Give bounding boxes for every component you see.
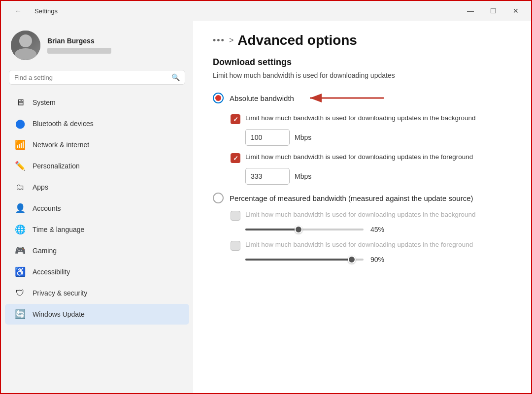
radio-percentage-label: Percentage of measured bandwidth (measur… xyxy=(230,194,473,202)
bandwidth-background-unit: Mbps xyxy=(295,133,311,141)
close-button[interactable]: ✕ xyxy=(504,3,527,19)
user-info: Brian Burgess xyxy=(47,37,111,54)
percentage-options: Limit how much bandwidth is used for dow… xyxy=(231,210,513,263)
sidebar-item-update[interactable]: 🔄 Windows Update xyxy=(5,304,189,325)
sidebar-item-label: Time & language xyxy=(33,226,84,233)
checkbox-pct-background-label: Limit how much bandwidth is used for dow… xyxy=(245,210,476,220)
system-icon: 🖥 xyxy=(15,97,26,108)
checkbox-background-row: ✓ Limit how much bandwidth is used for d… xyxy=(231,114,513,124)
content-area: Brian Burgess 🔍 🖥 System ⬤ Bluetooth & d… xyxy=(1,21,532,394)
radio-absolute-row: Absolute bandwidth xyxy=(213,89,513,107)
checkbox-pct-foreground-row: Limit how much bandwidth is used for dow… xyxy=(231,240,513,251)
settings-window: ← Settings — ☐ ✕ Brian Burgess xyxy=(1,1,532,394)
breadcrumb-sep: > xyxy=(229,36,233,45)
sidebar-item-accessibility[interactable]: ♿ Accessibility xyxy=(5,262,189,282)
checkbox-foreground[interactable]: ✓ xyxy=(231,153,240,163)
checkbox-pct-background-row: Limit how much bandwidth is used for dow… xyxy=(231,210,513,221)
user-section: Brian Burgess xyxy=(1,21,193,68)
slider-foreground-pct: 90% xyxy=(370,256,384,263)
radio-absolute-button[interactable] xyxy=(213,93,224,103)
maximize-button[interactable]: ☐ xyxy=(482,3,504,19)
sidebar-item-system[interactable]: 🖥 System xyxy=(5,92,189,113)
page-title: Advanced options xyxy=(237,33,357,48)
sidebar-item-personalization[interactable]: ✏️ Personalization xyxy=(5,156,189,176)
sidebar-item-time[interactable]: 🌐 Time & language xyxy=(5,219,189,240)
bluetooth-icon: ⬤ xyxy=(15,118,26,129)
checkbox-background-label: Limit how much bandwidth is used for dow… xyxy=(245,114,476,123)
sidebar-item-label: Bluetooth & devices xyxy=(33,120,94,128)
checkbox-pct-foreground-label: Limit how much bandwidth is used for dow… xyxy=(245,240,473,250)
checkbox-foreground-label: Limit how much bandwidth is used for dow… xyxy=(245,153,473,162)
sidebar-item-gaming[interactable]: 🎮 Gaming xyxy=(5,240,189,261)
bandwidth-foreground-unit: Mbps xyxy=(295,172,311,180)
sidebar-item-label: System xyxy=(33,98,56,106)
sidebar: Brian Burgess 🔍 🖥 System ⬤ Bluetooth & d… xyxy=(1,21,193,394)
sidebar-item-label: Windows Update xyxy=(33,310,85,318)
search-box[interactable]: 🔍 xyxy=(9,70,185,85)
checkbox-pct-background[interactable] xyxy=(231,211,240,221)
gaming-icon: 🎮 xyxy=(15,245,26,256)
absolute-options: ✓ Limit how much bandwidth is used for d… xyxy=(231,114,513,185)
annotation-arrow xyxy=(300,89,389,107)
apps-icon: 🗂 xyxy=(15,182,26,193)
slider-foreground-thumb[interactable] xyxy=(348,256,356,263)
window-title: Settings xyxy=(34,7,58,15)
accessibility-icon: ♿ xyxy=(15,266,26,277)
user-name: Brian Burgess xyxy=(47,37,111,45)
input-background-row: Mbps xyxy=(245,129,513,146)
sidebar-item-label: Gaming xyxy=(33,247,57,255)
slider-background-fill xyxy=(245,229,299,230)
bandwidth-foreground-input[interactable] xyxy=(245,168,290,185)
section-desc: Limit how much bandwidth is used for dow… xyxy=(213,71,513,79)
sidebar-item-label: Personalization xyxy=(33,162,80,170)
window-controls: — ☐ ✕ xyxy=(459,3,527,19)
time-icon: 🌐 xyxy=(15,224,26,235)
section-title: Download settings xyxy=(213,57,513,67)
bandwidth-background-input[interactable] xyxy=(245,129,290,146)
slider-foreground-row: 90% xyxy=(245,256,513,263)
checkbox-pct-foreground[interactable] xyxy=(231,241,240,251)
slider-background-pct: 45% xyxy=(370,226,384,233)
main-content: ••• > Advanced options Download settings… xyxy=(193,21,532,394)
back-button[interactable]: ← xyxy=(7,3,30,19)
sidebar-item-apps[interactable]: 🗂 Apps xyxy=(5,177,189,197)
sidebar-item-accounts[interactable]: 👤 Accounts xyxy=(5,198,189,219)
update-icon: 🔄 xyxy=(15,309,26,320)
minimize-button[interactable]: — xyxy=(459,3,482,19)
personalization-icon: ✏️ xyxy=(15,161,26,171)
radio-absolute-label: Absolute bandwidth xyxy=(230,94,294,102)
user-email-placeholder xyxy=(47,48,111,54)
network-icon: 📶 xyxy=(15,139,26,150)
sidebar-item-bluetooth[interactable]: ⬤ Bluetooth & devices xyxy=(5,113,189,134)
privacy-icon: 🛡 xyxy=(15,288,26,298)
nav-list: 🖥 System ⬤ Bluetooth & devices 📶 Network… xyxy=(1,92,193,325)
breadcrumb-dots: ••• xyxy=(213,35,225,46)
sidebar-item-label: Accounts xyxy=(33,204,61,212)
titlebar-left: ← Settings xyxy=(7,3,58,19)
sidebar-item-network[interactable]: 📶 Network & internet xyxy=(5,134,189,155)
slider-foreground-track[interactable] xyxy=(245,259,364,261)
sidebar-item-privacy[interactable]: 🛡 Privacy & security xyxy=(5,283,189,303)
checkbox-foreground-row: ✓ Limit how much bandwidth is used for d… xyxy=(231,153,513,163)
slider-foreground-fill xyxy=(245,259,352,261)
radio-percentage-button[interactable] xyxy=(213,193,224,203)
accounts-icon: 👤 xyxy=(15,203,26,214)
slider-background-track[interactable] xyxy=(245,229,364,230)
titlebar: ← Settings — ☐ ✕ xyxy=(1,1,532,21)
search-input[interactable] xyxy=(14,74,167,81)
slider-background-thumb[interactable] xyxy=(295,226,302,233)
breadcrumb: ••• > Advanced options xyxy=(213,33,513,48)
input-foreground-row: Mbps xyxy=(245,168,513,185)
radio-percentage-row: Percentage of measured bandwidth (measur… xyxy=(213,193,513,203)
sidebar-item-label: Apps xyxy=(33,183,48,191)
sidebar-item-label: Network & internet xyxy=(33,141,89,149)
checkbox-background[interactable]: ✓ xyxy=(231,114,240,124)
sidebar-item-label: Privacy & security xyxy=(33,289,87,297)
sidebar-item-label: Accessibility xyxy=(33,268,70,276)
search-icon: 🔍 xyxy=(171,73,180,81)
avatar xyxy=(11,31,40,60)
slider-background-row: 45% xyxy=(245,226,513,233)
